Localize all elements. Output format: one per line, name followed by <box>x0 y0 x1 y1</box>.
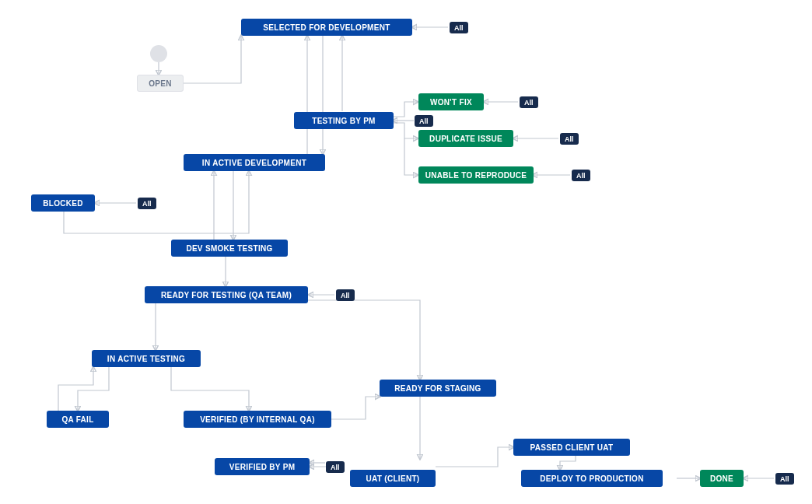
node-label: OPEN <box>149 79 172 88</box>
badge-all[interactable]: All <box>572 170 590 181</box>
workflow-start-node <box>150 45 167 62</box>
node-done[interactable]: DONE <box>700 470 744 487</box>
node-duplicate-issue[interactable]: DUPLICATE ISSUE <box>418 130 513 147</box>
node-in-active-development[interactable]: IN ACTIVE DEVELOPMENT <box>184 154 325 171</box>
node-label: BLOCKED <box>43 199 83 208</box>
node-label: IN ACTIVE TESTING <box>107 355 185 363</box>
node-label: VERIFIED (BY INTERNAL QA) <box>200 415 315 424</box>
node-verified-by-pm[interactable]: VERIFIED BY PM <box>215 458 310 475</box>
node-in-active-testing[interactable]: IN ACTIVE TESTING <box>92 350 201 367</box>
node-wont-fix[interactable]: WON'T FIX <box>418 93 484 110</box>
node-label: DEPLOY TO PRODUCTION <box>540 474 643 483</box>
node-label: WON'T FIX <box>430 98 472 107</box>
badge-all[interactable]: All <box>326 461 345 473</box>
badge-all[interactable]: All <box>560 133 579 145</box>
node-label: READY FOR TESTING (QA TEAM) <box>161 291 292 299</box>
node-ready-for-testing-qa[interactable]: READY FOR TESTING (QA TEAM) <box>145 286 308 303</box>
node-label: SELECTED FOR DEVELOPMENT <box>263 23 390 32</box>
workflow-canvas: SELECTED FOR DEVELOPMENT All OPEN TESTIN… <box>0 0 812 504</box>
node-label: TESTING BY PM <box>312 117 376 125</box>
node-ready-for-staging[interactable]: READY FOR STAGING <box>380 380 496 397</box>
node-selected-for-development[interactable]: SELECTED FOR DEVELOPMENT <box>241 19 412 36</box>
workflow-edges <box>0 0 812 504</box>
node-qa-fail[interactable]: QA FAIL <box>47 411 109 428</box>
badge-all[interactable]: All <box>415 115 433 127</box>
node-label: DONE <box>710 474 733 483</box>
badge-all[interactable]: All <box>336 289 355 301</box>
badge-all[interactable]: All <box>775 473 794 485</box>
node-dev-smoke-testing[interactable]: DEV SMOKE TESTING <box>171 240 288 257</box>
node-blocked[interactable]: BLOCKED <box>31 194 95 212</box>
node-open[interactable]: OPEN <box>137 75 184 92</box>
node-label: READY FOR STAGING <box>394 384 481 393</box>
node-label: UAT (CLIENT) <box>366 474 420 483</box>
node-testing-by-pm[interactable]: TESTING BY PM <box>294 112 394 129</box>
node-verified-by-internal-qa[interactable]: VERIFIED (BY INTERNAL QA) <box>184 411 331 428</box>
node-label: IN ACTIVE DEVELOPMENT <box>202 159 306 167</box>
node-label: DEV SMOKE TESTING <box>186 244 272 253</box>
node-label: DUPLICATE ISSUE <box>429 135 502 143</box>
badge-all[interactable]: All <box>520 96 538 108</box>
node-uat-client[interactable]: UAT (CLIENT) <box>350 470 436 487</box>
node-label: VERIFIED BY PM <box>229 463 296 471</box>
node-label: PASSED CLIENT UAT <box>530 443 614 452</box>
node-passed-client-uat[interactable]: PASSED CLIENT UAT <box>513 439 630 456</box>
node-unable-to-reproduce[interactable]: UNABLE TO REPRODUCE <box>418 166 534 184</box>
node-label: UNABLE TO REPRODUCE <box>425 171 527 180</box>
badge-all[interactable]: All <box>450 22 468 33</box>
node-deploy-to-production[interactable]: DEPLOY TO PRODUCTION <box>521 470 663 487</box>
badge-all[interactable]: All <box>138 198 156 209</box>
node-label: QA FAIL <box>61 415 93 424</box>
